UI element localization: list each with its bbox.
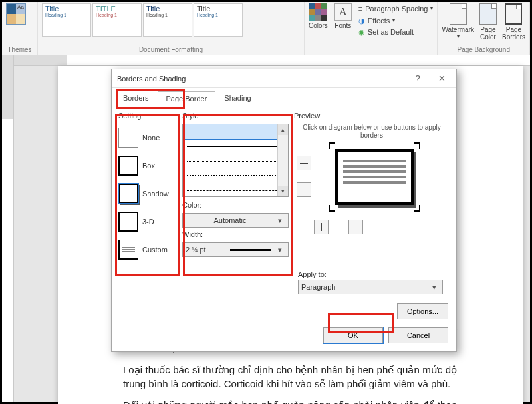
body-text: Đối với những người mắc hen phế quản nặn…: [123, 398, 457, 404]
fonts-button[interactable]: AFonts: [334, 3, 352, 29]
tab-shading[interactable]: Shading: [215, 91, 259, 106]
options-button[interactable]: Options...: [397, 303, 448, 319]
help-button[interactable]: ?: [406, 72, 430, 85]
dialog-title: Borders and Shading: [117, 75, 406, 83]
ruler-vertical[interactable]: [2, 55, 14, 402]
doc-format-gallery[interactable]: TitleHeading 1 TITLEHeading 1 TitleHeadi…: [42, 3, 300, 37]
border-bottom-button[interactable]: [297, 182, 311, 197]
preview-diagram[interactable]: [331, 145, 418, 209]
watermark-button[interactable]: Watermark▾: [442, 3, 474, 41]
setting-none[interactable]: None: [118, 124, 177, 152]
style-option[interactable]: [183, 124, 288, 139]
style-card[interactable]: TitleHeading 1: [42, 3, 91, 37]
preview-hint: Click on diagram below or use buttons to…: [294, 124, 450, 140]
style-card[interactable]: TitleHeading 1: [143, 3, 192, 37]
colors-button[interactable]: Colors: [309, 3, 328, 29]
docformat-label: Document Formatting: [42, 45, 300, 55]
close-button[interactable]: ✕: [430, 72, 454, 85]
tab-borders[interactable]: Borders: [114, 91, 158, 106]
style-list[interactable]: ▴▾: [182, 124, 289, 197]
cancel-button[interactable]: Cancel: [388, 327, 448, 343]
setting-label: Setting:: [118, 112, 177, 120]
tab-page-border[interactable]: Page Border: [158, 91, 216, 106]
style-label: Style:: [182, 112, 289, 120]
style-card[interactable]: TITLEHeading 1: [92, 3, 142, 37]
style-option[interactable]: [183, 154, 288, 168]
set-default-button[interactable]: ◉Set as Default: [358, 27, 434, 39]
setting-3d[interactable]: 3-D: [118, 208, 177, 236]
setting-shadow[interactable]: Shadow: [118, 180, 177, 208]
setting-box[interactable]: Box: [118, 152, 177, 180]
para-spacing-button[interactable]: ≡Paragraph Spacing▾: [358, 3, 434, 15]
apply-to-combo[interactable]: Paragraph▾: [298, 280, 443, 294]
preview-label: Preview: [294, 112, 450, 120]
style-option[interactable]: [183, 183, 288, 197]
color-label: Color:: [182, 201, 289, 209]
scrollbar[interactable]: ▴▾: [277, 124, 288, 196]
body-text: Loại thuốc bác sĩ thường chỉ định cho bệ…: [123, 363, 457, 392]
apply-to-label: Apply to:: [298, 270, 450, 278]
border-top-button[interactable]: [297, 156, 311, 170]
style-card[interactable]: TitleHeading 1: [194, 3, 243, 37]
dialog-titlebar[interactable]: Borders and Shading ? ✕: [112, 69, 456, 88]
setting-custom[interactable]: Custom: [118, 236, 177, 264]
borders-shading-dialog: Borders and Shading ? ✕ Borders Page Bor…: [111, 69, 457, 352]
style-option[interactable]: [183, 168, 288, 183]
ruler-horizontal[interactable]: [14, 55, 530, 66]
pagebg-label: Page Background: [442, 45, 525, 55]
width-combo[interactable]: 2 ¼ pt▾: [182, 242, 289, 257]
style-option[interactable]: [183, 139, 288, 154]
width-label: Width:: [182, 230, 289, 238]
page-color-button[interactable]: Page Color: [479, 3, 497, 41]
themes-label: Themes: [6, 45, 33, 55]
color-combo[interactable]: Automatic▾: [182, 213, 289, 228]
ok-button[interactable]: OK: [323, 327, 383, 343]
effects-button[interactable]: ◑Effects▾: [358, 15, 434, 27]
themes-button[interactable]: Aa: [6, 3, 33, 25]
page-borders-button[interactable]: Page Borders: [502, 3, 525, 41]
ribbon: Aa Themes TitleHeading 1 TITLEHeading 1 …: [2, 2, 530, 55]
